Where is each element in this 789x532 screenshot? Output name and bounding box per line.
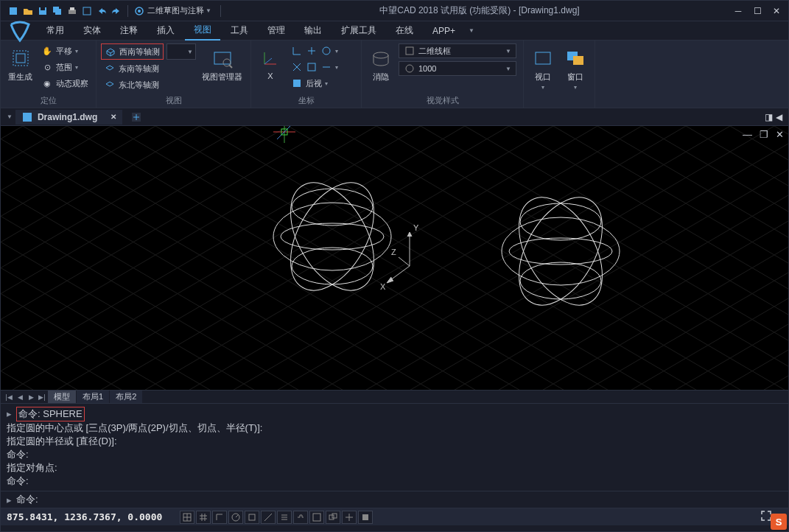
visual-style-dropdown[interactable]: 二维线框 ▼ [399,43,516,58]
extra-toggle[interactable] [342,511,357,524]
ucs-world-button[interactable]: X [256,43,285,83]
layout-nav-prev-icon[interactable]: ◀ [15,392,25,402]
snap-toggle[interactable] [180,511,194,524]
layout-nav-next-icon[interactable]: ▶ [26,392,36,402]
ucs-icon-1[interactable]: ▾ [288,43,341,58]
command-input[interactable]: ▸ 命令: [1,491,788,508]
command-history[interactable]: ▸命令: SPHERE 指定圆的中心点或 [三点(3P)/两点(2P)/切点、切… [1,404,788,491]
hide-icon [369,46,393,70]
ribbon-group-view: 西南等轴测 东南等轴测 东北等轴测 ▼ 视图管理器 视图 [97,41,251,108]
window-label: 窗口 [567,71,583,83]
pan-button[interactable]: ✋平移▾ [38,43,91,58]
ne-iso-button[interactable]: 东北等轴测 [101,77,164,92]
layout-nav-first-icon[interactable]: |◀ [4,392,14,402]
scale-input[interactable]: 1000 ▼ [399,61,516,76]
qat-print-icon[interactable] [66,4,79,18]
svg-rect-10 [13,51,28,66]
osnap-toggle[interactable] [245,511,259,524]
ucs-world-icon [259,46,282,70]
regen-button[interactable]: 重生成 [5,43,35,85]
maximize-button[interactable]: ☐ [748,4,766,18]
qat-save-icon[interactable] [36,4,49,18]
qat-undo-icon[interactable] [95,4,108,18]
svg-line-17 [264,58,272,64]
layout-tab-model[interactable]: 模型 [48,391,76,403]
model-toggle[interactable] [309,511,324,524]
qat-redo-icon[interactable] [110,4,123,18]
scale-icon [404,63,415,74]
minimize-button[interactable]: ─ [729,4,747,18]
ribbon-group-viewport: 视口 ▾ 窗口 ▾ [524,41,595,108]
vp-minimize-icon[interactable]: — [743,129,752,140]
layout-nav-last-icon[interactable]: ▶| [37,392,47,402]
polar-toggle[interactable] [228,511,243,524]
cmd-expand-icon[interactable]: ▸ [7,494,12,505]
workspace-dropdown-icon[interactable]: ▼ [206,7,211,14]
svg-rect-7 [83,7,91,15]
doctab-menu-icon[interactable]: ◀ [776,112,782,122]
sw-iso-button[interactable]: 西南等轴测 [101,43,164,60]
view-preset-dropdown[interactable]: ▼ [166,43,196,60]
drawing-viewport[interactable]: Y X Z — ❐ ✕ [1,126,788,390]
back-view-icon [291,77,303,89]
cmd-toggle-icon[interactable]: ▸ [7,408,12,419]
qat-preview-icon[interactable] [80,4,94,18]
doctab-list-icon[interactable]: ▼ [7,113,13,120]
tab-output[interactable]: 输出 [295,21,331,40]
cycle-toggle[interactable] [326,511,340,524]
qat-open-icon[interactable] [21,4,35,18]
viewport-button[interactable]: 视口 ▾ [528,43,558,94]
document-tab[interactable]: Drawing1.dwg ✕ [15,110,122,125]
hide-button[interactable]: 消隐 [366,43,396,85]
ribbon-group-view-label: 视图 [101,94,246,106]
tab-manage[interactable]: 管理 [259,21,294,40]
ucs-x-label: X [267,71,273,80]
tab-online[interactable]: 在线 [387,21,422,40]
ortho-toggle[interactable] [212,511,227,524]
coordinates-readout[interactable]: 875.8431, 1236.7367, 0.0000 [7,511,162,522]
se-iso-button[interactable]: 东南等轴测 [101,61,164,76]
document-tab-close-icon[interactable]: ✕ [111,113,116,121]
orbit-button[interactable]: ◉动态观察 [38,76,91,91]
view-manager-button[interactable]: 视图管理器 [199,43,245,85]
tab-view[interactable]: 视图 [185,21,220,41]
layout-tab-layout1[interactable]: 布局1 [77,391,109,403]
tab-ext[interactable]: 扩展工具 [332,21,385,40]
extents-button[interactable]: ⊙范围▾ [38,60,91,74]
dyn-toggle[interactable] [293,511,308,524]
tab-annotate[interactable]: 注释 [111,21,147,40]
layout-tab-layout2[interactable]: 布局2 [110,391,142,403]
tab-insert[interactable]: 插入 [148,21,183,40]
viewport-label: 视口 [535,71,551,83]
document-tab-add-icon[interactable] [130,111,143,124]
close-button[interactable]: ✕ [768,4,785,18]
command-prompt: 命令: [16,493,38,506]
grid-toggle[interactable] [196,511,211,524]
tab-solid[interactable]: 实体 [74,21,110,40]
qat-new-icon[interactable] [7,4,20,18]
svg-point-18 [323,47,330,55]
workspace-label[interactable]: 二维草图与注释 [147,5,204,16]
vp-restore-icon[interactable]: ❐ [760,129,768,140]
tab-overflow-icon[interactable]: ▼ [469,27,474,34]
ime-badge[interactable]: S [771,514,787,530]
ucs-icon-2[interactable]: ▾ [288,60,341,74]
workspace-icon[interactable] [133,4,146,18]
svg-rect-19 [308,63,315,71]
ne-iso-icon [104,79,116,91]
lwt-toggle[interactable] [277,511,292,524]
otrack-toggle[interactable] [261,511,276,524]
ribbon: 重生成 ✋平移▾ ⊙范围▾ ◉动态观察 定位 西南等轴测 东南等轴测 东北等轴测… [1,41,788,108]
extra2-toggle[interactable] [358,511,373,524]
tab-tools[interactable]: 工具 [222,21,257,40]
tab-common[interactable]: 常用 [38,21,73,40]
vp-close-icon[interactable]: ✕ [776,129,784,140]
back-view-button[interactable]: 后视▾ [288,76,341,91]
svg-point-23 [406,65,413,72]
window-button[interactable]: 窗口 ▾ [561,43,590,94]
tab-app[interactable]: APP+ [424,23,464,39]
qat-saveall-icon[interactable] [51,4,64,18]
svg-rect-52 [313,514,320,521]
wireframe-icon [404,45,415,57]
doctab-expand-icon[interactable]: ◨ [765,112,773,122]
